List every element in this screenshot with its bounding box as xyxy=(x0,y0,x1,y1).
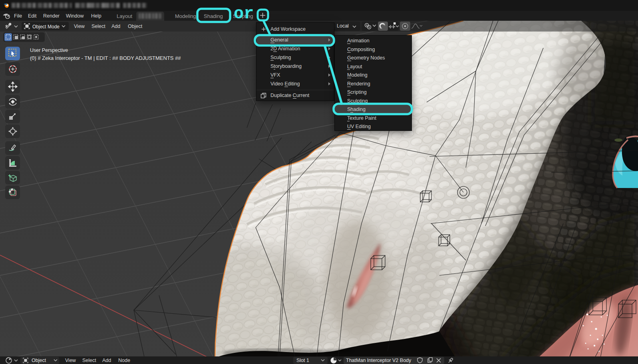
svg-text:or: or xyxy=(234,4,254,24)
